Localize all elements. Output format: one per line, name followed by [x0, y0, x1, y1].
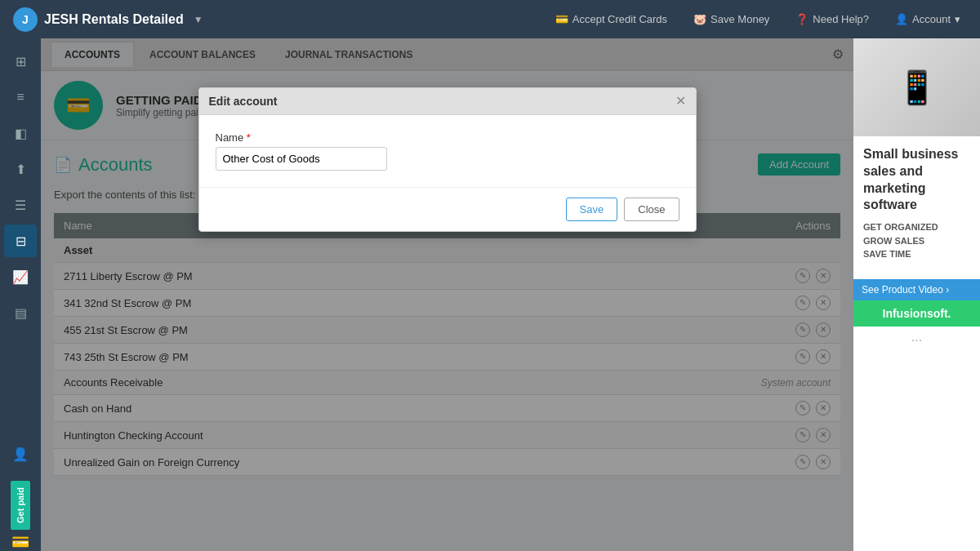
sidebar-item-dashboard[interactable]: ⊞: [4, 45, 37, 78]
sidebar-item-report[interactable]: ☰: [4, 189, 37, 221]
sidebar-item-list[interactable]: ≡: [4, 81, 37, 113]
get-paid-section: Get paid 💳: [11, 481, 30, 551]
app-dropdown-arrow[interactable]: ▼: [194, 14, 203, 25]
chart-icon: 📈: [12, 269, 29, 285]
close-button[interactable]: Close: [624, 198, 679, 221]
get-paid-button[interactable]: Get paid: [11, 481, 30, 530]
save-money-link[interactable]: 🐷 Save Money: [687, 10, 776, 29]
infusionsoft-brand: Infusionsoft.: [853, 300, 980, 327]
sidebar-item-user[interactable]: 👤: [4, 438, 37, 471]
piggy-bank-icon: 🐷: [693, 13, 706, 25]
right-sidebar: 📱 Small business sales and marketing sof…: [853, 38, 980, 551]
sidebar: ⊞ ≡ ◧ ⬆ ☰ ⊟ 📈 ▤ 👤 Get paid 💳: [0, 38, 41, 551]
name-input[interactable]: [216, 147, 387, 171]
modal-footer: Save Close: [199, 187, 696, 231]
ad-image-bg: 📱: [853, 38, 980, 136]
user-icon: 👤: [895, 13, 908, 25]
modal-title: Edit account: [209, 95, 278, 108]
edit-account-modal: Edit account ✕ Name * Save Close: [198, 87, 697, 232]
dashboard-icon: ⊞: [16, 54, 26, 69]
user-profile-icon: 👤: [12, 447, 29, 462]
ad-image: 📱: [853, 38, 980, 136]
sidebar-item-grid[interactable]: ▤: [4, 296, 37, 329]
credit-card-sidebar-icon: 💳: [11, 533, 29, 551]
modal-close-x-button[interactable]: ✕: [675, 95, 686, 108]
app-layout: ⊞ ≡ ◧ ⬆ ☰ ⊟ 📈 ▤ 👤 Get paid 💳: [0, 38, 980, 551]
account-dropdown-arrow: ▾: [955, 13, 960, 25]
list-icon: ≡: [16, 90, 24, 104]
logo-icon: J: [13, 7, 38, 32]
ad-cta: GET ORGANIZED GROW SALES SAVE TIME: [863, 220, 970, 261]
help-icon: ❓: [795, 13, 808, 25]
app-title: JESH Rentals Detailed: [44, 12, 184, 27]
accept-credit-cards-link[interactable]: 💳 Accept Credit Cards: [549, 10, 674, 29]
need-help-link[interactable]: ❓ Need Help?: [789, 10, 875, 29]
sidebar-item-ledger[interactable]: ◧: [4, 117, 37, 149]
tablet-icon: 📱: [897, 69, 938, 107]
ad-cta-line1: GET ORGANIZED: [863, 220, 970, 234]
credit-card-icon: 💳: [555, 13, 568, 25]
top-nav: J JESH Rentals Detailed ▼ 💳 Accept Credi…: [0, 0, 980, 38]
modal-body: Name *: [199, 115, 696, 187]
accounts-icon: ⊟: [16, 233, 26, 249]
required-marker: *: [247, 131, 251, 144]
upload-icon: ⬆: [16, 162, 26, 177]
app-logo[interactable]: J JESH Rentals Detailed ▼: [13, 7, 203, 32]
see-product-video-button[interactable]: See Product Video ›: [853, 279, 980, 300]
main-content: ACCOUNTS ACCOUNT BALANCES JOURNAL TRANSA…: [41, 38, 853, 551]
ad-heading: Small business sales and marketing softw…: [863, 146, 970, 214]
ad-cta-line3: SAVE TIME: [863, 247, 970, 261]
ad-content: Small business sales and marketing softw…: [853, 136, 980, 271]
name-field-label: Name *: [216, 131, 679, 144]
ad-cta-line2: GROW SALES: [863, 234, 970, 248]
sidebar-item-accounts[interactable]: ⊟: [4, 224, 37, 257]
sidebar-item-chart[interactable]: 📈: [4, 260, 37, 293]
grid-icon: ▤: [15, 305, 27, 321]
account-link[interactable]: 👤 Account ▾: [889, 10, 967, 29]
ledger-icon: ◧: [15, 126, 27, 141]
modal-overlay: Edit account ✕ Name * Save Close: [41, 38, 853, 551]
report-icon: ☰: [15, 198, 26, 213]
save-button[interactable]: Save: [566, 198, 618, 221]
modal-header: Edit account ✕: [199, 88, 696, 115]
sidebar-item-upload[interactable]: ⬆: [4, 153, 37, 185]
more-dots: ...: [853, 327, 980, 348]
